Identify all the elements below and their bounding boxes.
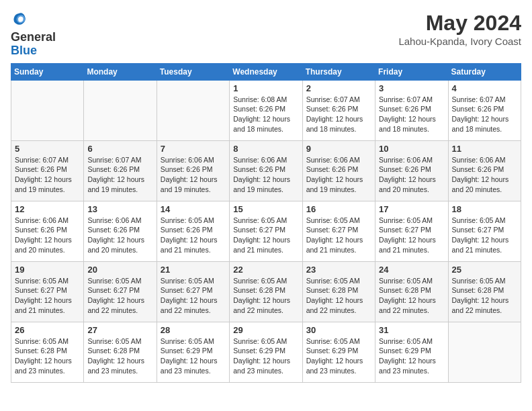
calendar-day-cell: 3Sunrise: 6:07 AMSunset: 6:26 PMDaylight… [375,80,448,140]
calendar-empty-cell [84,80,157,140]
day-info: Sunrise: 6:05 AMSunset: 6:27 PMDaylight:… [452,216,517,255]
location-subtitle: Lahou-Kpanda, Ivory Coast [398,36,521,47]
day-info: Sunrise: 6:06 AMSunset: 6:26 PMDaylight:… [87,216,152,255]
day-number: 11 [452,144,517,154]
calendar-day-cell: 24Sunrise: 6:05 AMSunset: 6:28 PMDayligh… [375,261,448,322]
day-number: 4 [452,83,517,93]
calendar-day-cell: 7Sunrise: 6:06 AMSunset: 6:26 PMDaylight… [157,140,229,201]
calendar-table: SundayMondayTuesdayWednesdayThursdayFrid… [11,63,521,383]
day-info: Sunrise: 6:08 AMSunset: 6:26 PMDaylight:… [233,95,298,134]
calendar-day-cell: 21Sunrise: 6:05 AMSunset: 6:27 PMDayligh… [157,261,229,322]
day-info: Sunrise: 6:05 AMSunset: 6:29 PMDaylight:… [379,336,444,376]
weekday-header-saturday: Saturday [448,63,521,80]
calendar-day-cell: 15Sunrise: 6:05 AMSunset: 6:27 PMDayligh… [230,201,302,261]
calendar-empty-cell [11,80,84,140]
day-number: 29 [233,325,298,335]
day-info: Sunrise: 6:05 AMSunset: 6:28 PMDaylight:… [87,336,152,376]
title-block: May 2024 Lahou-Kpanda, Ivory Coast [398,11,521,47]
logo-icon [11,11,27,27]
day-info: Sunrise: 6:05 AMSunset: 6:29 PMDaylight:… [161,336,226,376]
day-number: 1 [233,83,298,93]
day-number: 13 [87,204,152,214]
logo: General Blue [11,11,56,58]
calendar-week-row: 12Sunrise: 6:06 AMSunset: 6:26 PMDayligh… [11,201,521,261]
calendar-day-cell: 5Sunrise: 6:07 AMSunset: 6:26 PMDaylight… [11,140,84,201]
calendar-day-cell: 27Sunrise: 6:05 AMSunset: 6:28 PMDayligh… [84,322,157,382]
weekday-header-sunday: Sunday [11,63,84,80]
logo-general: General [11,30,56,44]
day-number: 10 [379,144,444,154]
calendar-day-cell: 12Sunrise: 6:06 AMSunset: 6:26 PMDayligh… [11,201,84,261]
day-number: 28 [161,325,226,335]
calendar-day-cell: 17Sunrise: 6:05 AMSunset: 6:27 PMDayligh… [375,201,448,261]
calendar-day-cell: 1Sunrise: 6:08 AMSunset: 6:26 PMDaylight… [230,80,302,140]
day-info: Sunrise: 6:06 AMSunset: 6:26 PMDaylight:… [452,155,517,195]
day-number: 16 [306,204,371,214]
calendar-day-cell: 9Sunrise: 6:06 AMSunset: 6:26 PMDaylight… [302,140,375,201]
day-info: Sunrise: 6:05 AMSunset: 6:28 PMDaylight:… [452,276,517,316]
calendar-day-cell: 25Sunrise: 6:05 AMSunset: 6:28 PMDayligh… [448,261,521,322]
calendar-day-cell: 18Sunrise: 6:05 AMSunset: 6:27 PMDayligh… [448,201,521,261]
calendar-day-cell: 13Sunrise: 6:06 AMSunset: 6:26 PMDayligh… [84,201,157,261]
day-number: 7 [161,144,226,154]
weekday-header-tuesday: Tuesday [157,63,229,80]
day-number: 3 [379,83,444,93]
calendar-week-row: 19Sunrise: 6:05 AMSunset: 6:27 PMDayligh… [11,261,521,322]
calendar-empty-cell [448,322,521,382]
calendar-day-cell: 31Sunrise: 6:05 AMSunset: 6:29 PMDayligh… [375,322,448,382]
day-info: Sunrise: 6:07 AMSunset: 6:26 PMDaylight:… [379,95,444,134]
calendar-day-cell: 14Sunrise: 6:05 AMSunset: 6:26 PMDayligh… [157,201,229,261]
calendar-day-cell: 10Sunrise: 6:06 AMSunset: 6:26 PMDayligh… [375,140,448,201]
calendar-day-cell: 29Sunrise: 6:05 AMSunset: 6:29 PMDayligh… [230,322,302,382]
day-info: Sunrise: 6:07 AMSunset: 6:26 PMDaylight:… [15,155,80,195]
calendar-day-cell: 20Sunrise: 6:05 AMSunset: 6:27 PMDayligh… [84,261,157,322]
day-number: 6 [87,144,152,154]
weekday-header-thursday: Thursday [302,63,375,80]
day-number: 21 [161,265,226,275]
day-number: 27 [87,325,152,335]
calendar-day-cell: 4Sunrise: 6:07 AMSunset: 6:26 PMDaylight… [448,80,521,140]
day-info: Sunrise: 6:06 AMSunset: 6:26 PMDaylight:… [379,155,444,195]
calendar-day-cell: 6Sunrise: 6:07 AMSunset: 6:26 PMDaylight… [84,140,157,201]
day-info: Sunrise: 6:05 AMSunset: 6:27 PMDaylight:… [161,276,226,316]
day-info: Sunrise: 6:05 AMSunset: 6:28 PMDaylight:… [306,276,371,316]
calendar-day-cell: 2Sunrise: 6:07 AMSunset: 6:26 PMDaylight… [302,80,375,140]
weekday-header-row: SundayMondayTuesdayWednesdayThursdayFrid… [11,63,521,80]
day-number: 14 [161,204,226,214]
day-info: Sunrise: 6:05 AMSunset: 6:27 PMDaylight:… [15,276,80,316]
day-info: Sunrise: 6:05 AMSunset: 6:27 PMDaylight:… [87,276,152,316]
logo-blue: Blue [11,44,37,57]
weekday-header-friday: Friday [375,63,448,80]
day-info: Sunrise: 6:05 AMSunset: 6:27 PMDaylight:… [379,216,444,255]
day-info: Sunrise: 6:06 AMSunset: 6:26 PMDaylight:… [233,155,298,195]
day-info: Sunrise: 6:05 AMSunset: 6:28 PMDaylight:… [15,336,80,376]
page-header: General Blue May 2024 Lahou-Kpanda, Ivor… [11,11,521,58]
day-info: Sunrise: 6:07 AMSunset: 6:26 PMDaylight:… [452,95,517,134]
day-number: 30 [306,325,371,335]
day-info: Sunrise: 6:07 AMSunset: 6:26 PMDaylight:… [87,155,152,195]
day-number: 25 [452,265,517,275]
day-info: Sunrise: 6:05 AMSunset: 6:29 PMDaylight:… [233,336,298,376]
calendar-day-cell: 26Sunrise: 6:05 AMSunset: 6:28 PMDayligh… [11,322,84,382]
day-info: Sunrise: 6:06 AMSunset: 6:26 PMDaylight:… [161,155,226,195]
day-info: Sunrise: 6:07 AMSunset: 6:26 PMDaylight:… [306,95,371,134]
day-number: 17 [379,204,444,214]
calendar-day-cell: 22Sunrise: 6:05 AMSunset: 6:28 PMDayligh… [230,261,302,322]
day-number: 22 [233,265,298,275]
day-number: 20 [87,265,152,275]
calendar-empty-cell [157,80,229,140]
day-number: 18 [452,204,517,214]
day-info: Sunrise: 6:05 AMSunset: 6:27 PMDaylight:… [306,216,371,255]
weekday-header-monday: Monday [84,63,157,80]
day-info: Sunrise: 6:06 AMSunset: 6:26 PMDaylight:… [306,155,371,195]
day-number: 24 [379,265,444,275]
day-number: 9 [306,144,371,154]
calendar-day-cell: 16Sunrise: 6:05 AMSunset: 6:27 PMDayligh… [302,201,375,261]
calendar-week-row: 1Sunrise: 6:08 AMSunset: 6:26 PMDaylight… [11,80,521,140]
day-number: 2 [306,83,371,93]
calendar-week-row: 26Sunrise: 6:05 AMSunset: 6:28 PMDayligh… [11,322,521,382]
day-number: 26 [15,325,80,335]
day-info: Sunrise: 6:05 AMSunset: 6:29 PMDaylight:… [306,336,371,376]
calendar-week-row: 5Sunrise: 6:07 AMSunset: 6:26 PMDaylight… [11,140,521,201]
day-number: 31 [379,325,444,335]
